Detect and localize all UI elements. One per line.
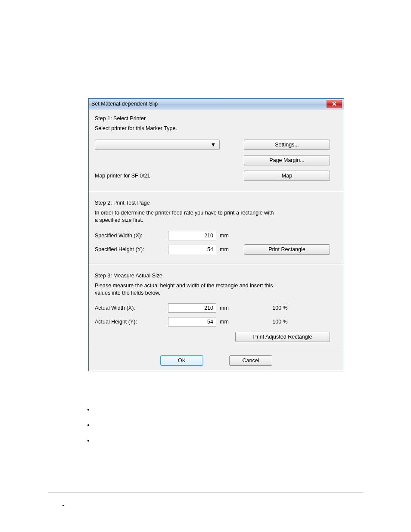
unit-label: mm [216, 305, 237, 311]
unit-label: mm [216, 319, 237, 325]
unit-label: mm [216, 246, 237, 252]
specified-height-label: Specified Height (Y): [95, 246, 168, 252]
specified-height-input[interactable] [168, 245, 216, 254]
actual-width-label: Actual Width (X): [95, 305, 168, 311]
bullet-list [86, 406, 94, 453]
dialog-body: Step 1: Select Printer Select printer fo… [89, 109, 344, 371]
horizontal-rule [48, 492, 363, 492]
map-printer-label: Map printer for SF 0/21 [95, 173, 220, 179]
actual-width-percent: 100 % [237, 305, 323, 311]
dialog-footer: OK Cancel [89, 350, 344, 371]
printer-select[interactable]: ▼ [95, 140, 220, 150]
print-rectangle-button[interactable]: Print Rectangle [244, 244, 330, 255]
page-margin-button[interactable]: Page Margin... [244, 155, 330, 165]
step-1-heading: Step 1: Select Printer [95, 115, 338, 121]
actual-width-input[interactable] [168, 303, 216, 313]
print-adjusted-rectangle-button[interactable]: Print Adjusted Rectangle [235, 332, 330, 342]
step-3-section: Step 3: Measure Actual Size Please measu… [89, 267, 344, 350]
separator [89, 191, 344, 191]
step-2-section: Step 2: Print Test Page In order to dete… [89, 194, 344, 261]
step-3-heading: Step 3: Measure Actual Size [95, 273, 338, 279]
specified-width-input[interactable] [168, 231, 216, 240]
chevron-down-icon: ▼ [211, 142, 216, 148]
close-button[interactable] [327, 100, 342, 108]
actual-height-percent: 100 % [237, 319, 323, 325]
actual-height-input[interactable] [168, 317, 216, 327]
ok-button[interactable]: OK [160, 355, 203, 366]
dialog-set-material-dependent-slip: Set Material-dependent Slip Step 1: Sele… [88, 98, 344, 371]
step-2-instruction: In order to determine the printer feed r… [95, 209, 276, 224]
titlebar[interactable]: Set Material-dependent Slip [89, 99, 344, 109]
specified-width-label: Specified Width (X): [95, 233, 168, 239]
actual-height-label: Actual Height (Y): [95, 319, 168, 325]
step-1-instruction: Select printer for this Marker Type. [95, 125, 276, 132]
footnote-bullet [60, 503, 68, 508]
separator [89, 264, 344, 264]
step-1-section: Step 1: Select Printer Select printer fo… [89, 109, 344, 188]
close-icon [332, 102, 337, 106]
cancel-button[interactable]: Cancel [229, 355, 272, 366]
settings-button[interactable]: Settings... [244, 140, 330, 150]
map-button[interactable]: Map [244, 171, 330, 181]
step-3-instruction: Please measure the actual height and wid… [95, 282, 276, 297]
step-2-heading: Step 2: Print Test Page [95, 200, 338, 206]
unit-label: mm [216, 233, 237, 239]
dialog-title: Set Material-dependent Slip [91, 101, 158, 107]
